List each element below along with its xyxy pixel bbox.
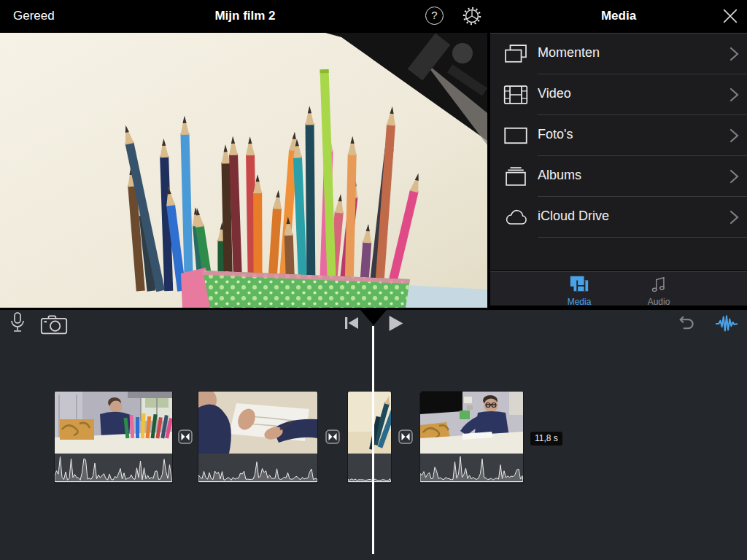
clip-thumbnail — [420, 392, 523, 454]
video-preview — [0, 33, 487, 308]
close-icon — [722, 8, 738, 24]
media-item-icloud-drive[interactable]: iCloud Drive — [490, 197, 747, 238]
playhead — [372, 326, 374, 554]
gear-icon — [462, 6, 482, 26]
transition-button-2[interactable] — [325, 429, 340, 444]
clip-thumbnail — [55, 392, 172, 454]
transition-dissolve-icon — [325, 429, 340, 444]
clip-thumbnail — [198, 392, 317, 454]
clip-audio-waveform — [348, 454, 391, 483]
clip-audio-waveform — [55, 454, 172, 483]
preview-frame-pencils — [0, 33, 487, 308]
media-item-label: Video — [538, 86, 571, 101]
moments-icon — [503, 44, 528, 64]
media-item-fotos[interactable]: Foto's — [490, 115, 747, 156]
icloud-drive-icon — [503, 207, 528, 228]
chevron-right-icon — [729, 87, 740, 103]
clip-thumbnail — [348, 392, 391, 454]
help-button[interactable]: ? — [425, 7, 444, 25]
play-button[interactable] — [388, 315, 404, 332]
media-tab-icon — [569, 275, 589, 294]
media-item-label: Albums — [538, 168, 581, 183]
top-bar-right: Media — [490, 0, 747, 33]
question-mark-icon: ? — [431, 9, 437, 21]
audio-waveform-toggle-button[interactable] — [715, 314, 738, 333]
play-icon — [388, 315, 404, 332]
transition-dissolve-icon — [178, 429, 193, 444]
imovie-app: Gereed Mijn film 2 ? Media — [0, 0, 747, 560]
media-item-label: iCloud Drive — [538, 209, 609, 224]
transition-button-3[interactable] — [398, 429, 413, 444]
tab-media[interactable]: Media — [551, 274, 607, 306]
media-item-label: Foto's — [538, 127, 573, 142]
clip-duration-badge: 11,8 s — [530, 432, 562, 446]
settings-button[interactable] — [462, 6, 482, 26]
skip-to-start-button[interactable] — [344, 316, 359, 330]
media-item-label: Momenten — [538, 45, 600, 61]
media-item-albums[interactable]: Albums — [490, 156, 747, 197]
tab-audio[interactable]: Audio — [631, 274, 686, 306]
photos-icon — [503, 125, 528, 146]
chevron-right-icon — [729, 168, 740, 184]
timeline-clip-1[interactable] — [55, 392, 172, 483]
media-audio-tabbar: Media Audio — [490, 271, 747, 306]
chevron-right-icon — [729, 209, 740, 225]
clip-audio-waveform — [420, 454, 523, 483]
record-voiceover-button[interactable] — [9, 312, 26, 334]
top-bar-left: Gereed Mijn film 2 ? — [0, 0, 490, 33]
media-browser-panel: Momenten Video Foto's — [490, 33, 747, 271]
timeline-clip-2[interactable] — [198, 392, 317, 483]
skip-to-start-icon — [344, 316, 359, 330]
audio-note-icon — [650, 275, 667, 294]
camera-icon — [40, 314, 68, 335]
timeline-area: 11,8 s — [0, 310, 747, 560]
undo-button[interactable] — [675, 314, 697, 332]
clip-audio-waveform — [198, 454, 317, 483]
close-panel-button[interactable] — [722, 8, 738, 24]
undo-icon — [675, 314, 697, 332]
separator — [538, 237, 747, 238]
media-item-momenten[interactable]: Momenten — [490, 34, 747, 74]
camera-button[interactable] — [40, 314, 68, 335]
timeline-clip-3[interactable] — [348, 392, 391, 483]
timeline-clip-4[interactable] — [420, 392, 523, 483]
transition-button-1[interactable] — [178, 429, 193, 444]
media-item-video[interactable]: Video — [490, 74, 747, 115]
video-icon — [503, 85, 528, 105]
microphone-icon — [9, 312, 26, 334]
top-bar: Gereed Mijn film 2 ? Media — [0, 0, 747, 33]
project-title: Mijn film 2 — [0, 9, 490, 23]
albums-icon — [503, 166, 528, 187]
playhead-notch — [360, 310, 387, 325]
chevron-right-icon — [729, 128, 740, 144]
waveform-icon — [715, 314, 738, 333]
media-panel-title: Media — [490, 9, 747, 23]
transition-dissolve-icon — [398, 429, 413, 444]
chevron-right-icon — [729, 46, 740, 62]
